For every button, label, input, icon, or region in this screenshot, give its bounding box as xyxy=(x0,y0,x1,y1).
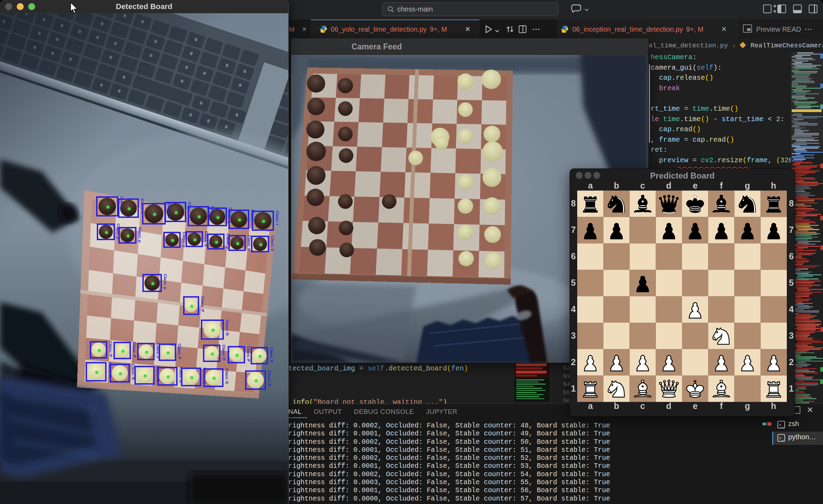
svg-text:2: 2 xyxy=(571,357,576,367)
svg-text:3: 3 xyxy=(789,331,794,340)
svg-text:8: 8 xyxy=(789,198,794,208)
svg-text:1: 1 xyxy=(571,384,576,393)
svg-text:b: b xyxy=(614,401,619,411)
svg-text:7: 7 xyxy=(789,225,794,235)
svg-text:d: d xyxy=(666,401,671,411)
svg-text:c: c xyxy=(640,181,645,190)
svg-text:6: 6 xyxy=(571,251,576,261)
svg-text:d: d xyxy=(666,181,671,190)
svg-text:1: 1 xyxy=(789,384,794,393)
svg-text:5: 5 xyxy=(571,278,576,288)
svg-text:7: 7 xyxy=(571,225,576,235)
svg-text:4: 4 xyxy=(571,304,576,314)
svg-text:h: h xyxy=(771,181,776,190)
svg-text:8: 8 xyxy=(571,198,576,208)
svg-text:5: 5 xyxy=(789,278,794,288)
svg-text:g: g xyxy=(745,181,750,190)
svg-text:b: b xyxy=(614,181,619,190)
svg-text:g: g xyxy=(745,401,750,411)
svg-text:4: 4 xyxy=(789,304,794,314)
svg-text:3: 3 xyxy=(571,331,576,340)
svg-text:f: f xyxy=(720,181,723,190)
svg-text:f: f xyxy=(720,401,723,411)
svg-text:6: 6 xyxy=(789,251,794,261)
svg-text:a: a xyxy=(588,181,593,190)
svg-text:e: e xyxy=(693,181,698,190)
svg-text:e: e xyxy=(693,401,698,411)
svg-text:2: 2 xyxy=(789,357,794,367)
svg-text:c: c xyxy=(640,401,645,411)
svg-text:a: a xyxy=(588,401,593,411)
svg-text:h: h xyxy=(771,401,776,411)
